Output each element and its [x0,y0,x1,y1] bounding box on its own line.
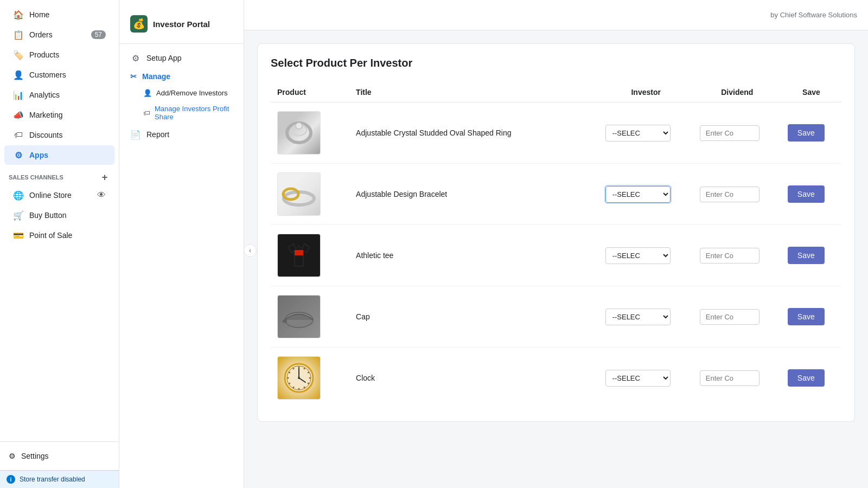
product-cell [271,348,349,409]
dividend-input[interactable] [700,248,760,264]
product-image [277,111,321,155]
table-row: Adjustable Design Bracelet--SELECSave [271,164,841,225]
settings-icon: ⚙ [9,452,16,460]
product-cell [271,164,349,225]
sidebar-item-apps[interactable]: ⚙ Apps [4,145,114,165]
sidebar-label-orders: Orders [29,30,53,39]
sidebar-item-buy-button[interactable]: 🛒 Buy Button [4,206,114,225]
dividend-input[interactable] [700,125,760,141]
product-cell [271,286,349,348]
setup-app-label: Setup App [146,54,182,62]
sidebar-item-marketing[interactable]: 📣 Marketing [4,105,114,125]
sidebar-label-customers: Customers [29,70,66,79]
svg-rect-6 [283,320,287,323]
buy-button-icon: 🛒 [13,210,24,221]
col-product: Product [271,82,349,102]
investor-cell: --SELEC [599,286,693,348]
manage-section[interactable]: ✂ Manage [119,68,244,85]
sidebar-item-home[interactable]: 🏠 Home [4,5,114,24]
eye-icon[interactable]: 👁 [97,190,106,200]
top-bar: by Chief Software Solutions [244,0,868,30]
add-sales-channel-button[interactable]: + [99,172,110,183]
product-title-cell: Clock [349,348,599,409]
manage-icon: ✂ [130,72,137,81]
investor-cell: --SELEC [599,225,693,286]
save-cell: Save [781,164,841,225]
svg-point-22 [289,372,290,374]
manage-profit-share-item[interactable]: 🏷 Manage Investors Profit Share [119,101,244,125]
col-investor: Investor [599,82,693,102]
profit-share-label: Manage Investors Profit Share [155,105,233,121]
investor-select[interactable]: --SELEC [605,309,671,325]
second-sidebar: 💰 Investor Portal ⚙ Setup App ✂ Manage 👤… [119,0,244,488]
main-area: by Chief Software Solutions Select Produ… [244,0,868,488]
point-of-sale-icon: 💳 [13,230,24,241]
dividend-input[interactable] [700,370,760,386]
info-icon: i [7,475,15,484]
investor-select[interactable]: --SELEC [605,186,671,203]
dividend-input[interactable] [700,309,760,325]
save-button[interactable]: Save [788,247,825,264]
table-row: Athletic tee--SELECSave [271,225,841,286]
product-investor-card: Select Product Per Investor Product Titl… [257,43,855,422]
product-cell [271,225,349,286]
collapse-sidebar-button[interactable]: ‹ [244,244,257,257]
svg-point-2 [296,123,302,129]
save-button[interactable]: Save [788,124,825,142]
apps-icon: ⚙ [13,150,24,160]
product-title-cell: Athletic tee [349,225,599,286]
investor-cell: --SELEC [599,102,693,164]
save-cell: Save [781,286,841,348]
product-image [277,172,321,216]
save-button[interactable]: Save [788,369,825,387]
content-area: Select Product Per Investor Product Titl… [244,30,868,488]
dividend-cell [693,102,781,164]
sidebar-item-analytics[interactable]: 📊 Analytics [4,85,114,105]
setup-app-item[interactable]: ⚙ Setup App [119,48,244,68]
sidebar-item-point-of-sale[interactable]: 💳 Point of Sale [4,226,114,245]
sidebar-footer: ⚙ Settings [0,441,119,470]
product-title-cell: Cap [349,286,599,348]
investor-select[interactable]: --SELEC [605,247,671,264]
setup-app-icon: ⚙ [130,53,141,63]
sidebar-label-home: Home [29,10,49,19]
dividend-cell [693,225,781,286]
app-title: Investor Portal [153,20,210,29]
svg-point-15 [309,377,311,379]
save-button[interactable]: Save [788,185,825,203]
sidebar-item-customers[interactable]: 👤 Customers [4,65,114,85]
report-item[interactable]: 📄 Report [119,125,244,144]
svg-point-21 [288,377,289,379]
svg-point-23 [293,368,295,369]
left-sidebar: 🏠 Home 📋 Orders 57 🏷️ Products 👤 Custome… [0,0,119,488]
customers-icon: 👤 [13,69,24,80]
sidebar-item-online-store[interactable]: 🌐 Online Store 👁 [4,185,114,205]
save-button[interactable]: Save [788,308,825,325]
svg-point-13 [304,368,305,369]
investor-select[interactable]: --SELEC [605,125,671,142]
product-image [277,356,321,400]
add-remove-icon: 👤 [143,89,152,97]
save-cell: Save [781,225,841,286]
svg-point-19 [293,387,295,388]
sales-channels-section: SALES CHANNELS + [0,165,119,185]
investor-select[interactable]: --SELEC [605,370,671,387]
table-header-row: Product Title Investor Dividend Save [271,82,841,102]
report-label: Report [146,130,169,139]
profit-share-icon: 🏷 [143,109,150,117]
product-image [277,234,321,277]
report-icon: 📄 [130,129,141,140]
sidebar-label-discounts: Discounts [29,131,62,139]
sidebar-item-orders[interactable]: 📋 Orders 57 [4,25,114,44]
discounts-icon: 🏷 [13,130,24,140]
sidebar-item-discounts[interactable]: 🏷 Discounts [4,125,114,145]
sidebar-item-settings[interactable]: ⚙ Settings [9,448,110,464]
dividend-input[interactable] [700,187,760,202]
store-transfer-text: Store transfer disabled [20,476,85,483]
product-title-cell: Adjustable Crystal Studded Oval Shaped R… [349,102,599,164]
sidebar-item-products[interactable]: 🏷️ Products [4,45,114,65]
product-title-cell: Adjustable Design Bracelet [349,164,599,225]
save-cell: Save [781,102,841,164]
add-remove-investors-item[interactable]: 👤 Add/Remove Investors [119,85,244,101]
svg-point-16 [308,383,309,384]
